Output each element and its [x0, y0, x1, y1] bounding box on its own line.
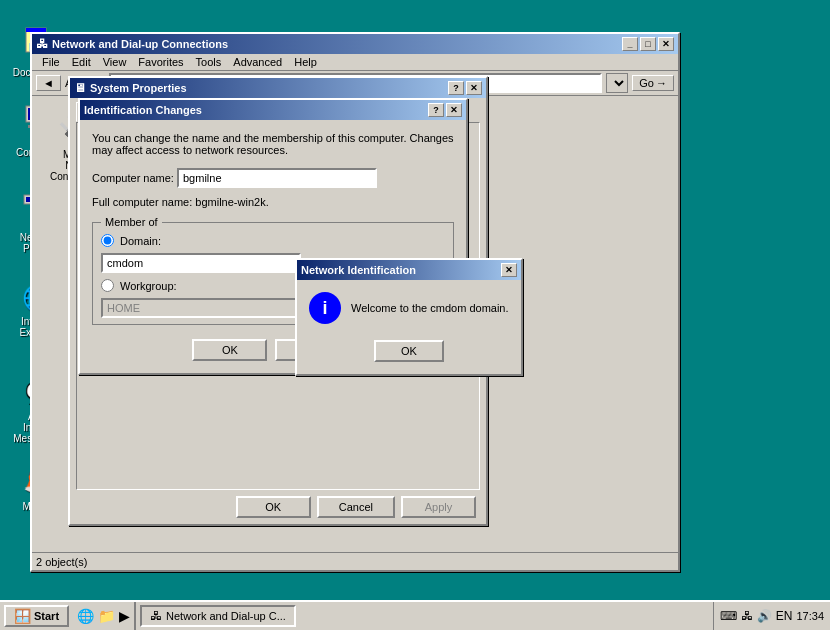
id-changes-title: Identification Changes — [84, 104, 202, 116]
taskbar-item-icon: 🖧 — [150, 609, 162, 623]
full-name-label: Full computer name: — [92, 196, 192, 208]
folder-quick-icon[interactable]: 📁 — [98, 608, 115, 624]
sys-props-title: System Properties — [90, 82, 187, 94]
start-button[interactable]: 🪟 Start — [4, 605, 69, 627]
workgroup-input[interactable] — [101, 298, 301, 318]
media-quick-icon[interactable]: ▶ — [119, 608, 130, 624]
menu-tools[interactable]: Tools — [190, 55, 228, 69]
language-icon: EN — [776, 609, 793, 623]
net-connections-title: Network and Dial-up Connections — [52, 38, 228, 50]
sys-props-help-btn[interactable]: ? — [448, 81, 464, 95]
id-changes-description: You can change the name and the membersh… — [92, 132, 454, 156]
net-id-buttons: OK — [309, 340, 509, 362]
menu-favorites[interactable]: Favorites — [132, 55, 189, 69]
taskbar-net-connections[interactable]: 🖧 Network and Dial-up C... — [140, 605, 296, 627]
net-connections-statusbar: 2 object(s) — [32, 552, 678, 570]
net-id-titlebar: Network Identification ✕ — [297, 260, 521, 280]
net-connections-title-icon: 🖧 — [36, 37, 48, 51]
net-connections-minimize-btn[interactable]: _ — [622, 37, 638, 51]
sys-props-buttons: OK Cancel Apply — [70, 490, 486, 524]
full-name-group: Full computer name: bgmilne-win2k. — [92, 196, 454, 208]
sys-props-ok-btn[interactable]: OK — [236, 496, 311, 518]
network-tray-icon: 🖧 — [741, 609, 753, 623]
sys-props-title-icon: 🖥 — [74, 81, 86, 95]
domain-input[interactable] — [101, 253, 301, 273]
sys-props-cancel-btn[interactable]: Cancel — [317, 496, 395, 518]
menu-file[interactable]: File — [36, 55, 66, 69]
start-label: Start — [34, 610, 59, 622]
domain-row: Domain: — [101, 234, 445, 247]
go-btn[interactable]: Go → — [632, 75, 674, 91]
id-changes-titlebar: Identification Changes ? ✕ — [80, 100, 466, 120]
windows-logo-sm: 🪟 — [14, 608, 31, 624]
net-connections-maximize-btn[interactable]: □ — [640, 37, 656, 51]
workgroup-radio[interactable] — [101, 279, 114, 292]
net-id-content: i Welcome to the cmdom domain. OK — [297, 280, 521, 374]
full-name-value: bgmilne-win2k. — [195, 196, 268, 208]
keyboard-icon: ⌨ — [720, 609, 737, 623]
back-btn[interactable]: ◄ — [36, 75, 61, 91]
net-connections-menubar: File Edit View Favorites Tools Advanced … — [32, 54, 678, 71]
menu-advanced[interactable]: Advanced — [227, 55, 288, 69]
computer-name-group: Computer name: — [92, 168, 454, 188]
menu-edit[interactable]: Edit — [66, 55, 97, 69]
id-changes-close-btn[interactable]: ✕ — [446, 103, 462, 117]
tray-clock: 17:34 — [796, 610, 824, 622]
workgroup-radio-label: Workgroup: — [120, 280, 177, 292]
desktop: 📄 MyDocuments MyComputer MyNetwo — [0, 0, 830, 630]
id-changes-ok-btn[interactable]: OK — [192, 339, 267, 361]
net-connections-close-btn[interactable]: ✕ — [658, 37, 674, 51]
taskbar: 🪟 Start 🌐 📁 ▶ 🖧 Network and Dial-up C...… — [0, 600, 830, 630]
menu-help[interactable]: Help — [288, 55, 323, 69]
taskbar-items: 🖧 Network and Dial-up C... — [140, 605, 709, 627]
menu-view[interactable]: View — [97, 55, 133, 69]
address-dropdown[interactable] — [606, 73, 628, 93]
system-tray: ⌨ 🖧 🔊 EN 17:34 — [713, 602, 830, 630]
net-connections-titlebar: 🖧 Network and Dial-up Connections _ □ ✕ — [32, 34, 678, 54]
member-of-legend: Member of — [101, 216, 162, 228]
net-id-ok-btn[interactable]: OK — [374, 340, 444, 362]
computer-name-input[interactable] — [177, 168, 377, 188]
speaker-icon: 🔊 — [757, 609, 772, 623]
net-id-message-row: i Welcome to the cmdom domain. — [309, 292, 509, 324]
status-text: 2 object(s) — [36, 556, 87, 568]
sys-props-apply-btn[interactable]: Apply — [401, 496, 476, 518]
sys-props-close-btn[interactable]: ✕ — [466, 81, 482, 95]
ie-quick-icon[interactable]: 🌐 — [77, 608, 94, 624]
quick-launch-bar: 🌐 📁 ▶ — [73, 602, 136, 630]
net-id-title: Network Identification — [301, 264, 416, 276]
id-changes-help-btn[interactable]: ? — [428, 103, 444, 117]
info-icon: i — [309, 292, 341, 324]
net-id-close-btn[interactable]: ✕ — [501, 263, 517, 277]
net-id-message: Welcome to the cmdom domain. — [351, 302, 509, 314]
net-id-dialog: Network Identification ✕ i Welcome to th… — [295, 258, 523, 376]
sys-props-titlebar: 🖥 System Properties ? ✕ — [70, 78, 486, 98]
taskbar-item-label: Network and Dial-up C... — [166, 610, 286, 622]
domain-radio-label: Domain: — [120, 235, 161, 247]
domain-radio[interactable] — [101, 234, 114, 247]
computer-name-label: Computer name: — [92, 172, 174, 184]
